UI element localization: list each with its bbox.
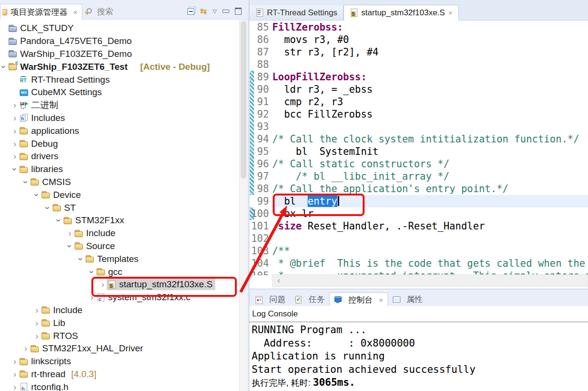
tree-item[interactable]: ›linkscripts: [0, 355, 240, 368]
code-line[interactable]: 103/**: [249, 245, 588, 257]
tree-item-content[interactable]: Device: [41, 189, 84, 201]
close-icon[interactable]: ×: [73, 9, 78, 16]
chevron-right-icon[interactable]: ›: [11, 127, 19, 135]
tree-item[interactable]: ›gcc: [0, 265, 240, 278]
collapse-all-button[interactable]: [188, 8, 194, 15]
tree-item[interactable]: ›10二进制: [0, 99, 240, 112]
chevron-down-icon[interactable]: ›: [66, 242, 74, 250]
maximize-button[interactable]: [235, 8, 242, 15]
view-tab-项目资源管理器[interactable]: 项目资源管理器×: [0, 4, 82, 20]
tree-item[interactable]: ›Device: [0, 188, 240, 201]
tree-item-content[interactable]: hrtconfig.h: [19, 381, 71, 391]
chevron-down-icon[interactable]: ›: [33, 191, 41, 199]
code-line[interactable]: 98/* Call the application's entry point.…: [249, 183, 588, 195]
tree-item[interactable]: ›ST: [0, 201, 240, 214]
code-line[interactable]: 100 bx lr: [249, 207, 588, 220]
chevron-down-icon[interactable]: ›: [11, 165, 19, 173]
code-line[interactable]: 88: [249, 58, 588, 71]
link-with-editor-button[interactable]: ⇆: [200, 7, 207, 15]
tree-item[interactable]: ›rt-thread[4.0.3]: [0, 368, 240, 381]
chevron-right-icon[interactable]: ›: [11, 152, 19, 160]
tree-item[interactable]: ›Include: [0, 227, 240, 240]
tree-item-content[interactable]: csystem_stm32f1xx.c: [96, 292, 193, 303]
chevron-down-icon[interactable]: ›: [44, 204, 52, 212]
code-line[interactable]: 101.size Reset_Handler, .-Reset_Handler: [249, 220, 588, 232]
chevron-right-icon[interactable]: ›: [22, 345, 30, 352]
chevron-down-icon[interactable]: ›: [55, 217, 63, 224]
tree-item[interactable]: ›Lib: [0, 316, 240, 329]
code-line[interactable]: 89LoopFillZerobss:: [249, 71, 588, 83]
minimize-button[interactable]: [222, 10, 229, 13]
tree-item-content[interactable]: Include: [41, 304, 85, 316]
code-line[interactable]: 96/* Call static constructors */: [249, 158, 588, 170]
tree-item-content[interactable]: libraries: [19, 163, 66, 175]
chevron-right-icon[interactable]: ›: [11, 358, 19, 365]
console-tab-问题[interactable]: 问题: [251, 293, 290, 306]
tree-item-content[interactable]: Debug: [19, 138, 61, 150]
tree-item[interactable]: ›Sstartup_stm32f103xe.S: [0, 278, 240, 291]
chevron-down-icon[interactable]: ›: [22, 178, 30, 186]
chevron-down-icon[interactable]: ›: [88, 268, 96, 276]
tree-item-content[interactable]: linkscripts: [19, 356, 74, 367]
tree-item[interactable]: RTRT-Thread Settings: [0, 73, 240, 86]
tree-item-content[interactable]: STM32F1xx_HAL_Driver: [30, 343, 146, 354]
chevron-right-icon[interactable]: ›: [99, 281, 107, 288]
chevron-right-icon[interactable]: ›: [33, 319, 41, 327]
console-tab-属性[interactable]: 属性: [388, 293, 427, 306]
console-tab-控制台[interactable]: 控制台×: [329, 293, 388, 306]
code-line[interactable]: 97 /* bl __libc_init_array */: [249, 170, 588, 183]
tree-item[interactable]: ›hrtconfig.h: [0, 380, 240, 391]
chevron-down-icon[interactable]: ›: [77, 255, 85, 263]
tree-item-content[interactable]: Templates: [85, 253, 142, 265]
code-line[interactable]: 85FillZerobss:: [249, 21, 588, 33]
tree-item-content[interactable]: drivers: [19, 151, 61, 162]
tree-item[interactable]: ›hIncludes: [0, 112, 240, 125]
tree-item[interactable]: ›STM32F1xx: [0, 214, 240, 227]
tree-item-content[interactable]: CMSIS: [30, 176, 74, 188]
code-line[interactable]: 95 bl SystemInit: [249, 145, 588, 158]
tree-item[interactable]: ›Templates: [0, 252, 240, 265]
tree-item[interactable]: ›STM32F1xx_HAL_Driver: [0, 342, 240, 355]
editor-tab-startup_stm32f103xe.S[interactable]: Sstartup_stm32f103xe.S×: [344, 5, 459, 21]
close-icon[interactable]: ×: [379, 296, 383, 304]
tree-item-content[interactable]: WarShip_F103ZET6_Demo: [8, 48, 135, 60]
close-icon[interactable]: ×: [448, 9, 453, 16]
tree-item-content[interactable]: Source: [74, 240, 118, 252]
tree-item-content[interactable]: Sstartup_stm32f103xe.S: [107, 279, 215, 290]
tree-scrollbar[interactable]: [239, 20, 247, 391]
view-menu-button[interactable]: ▽: [213, 9, 217, 14]
tree-item-content[interactable]: STM32F1xx: [63, 215, 127, 226]
chevron-right-icon[interactable]: ›: [88, 293, 96, 301]
tree-item[interactable]: MXCubeMX Settings: [0, 86, 240, 99]
console-tab-任务[interactable]: ✓任务: [290, 293, 329, 306]
tree-item[interactable]: ›Source: [0, 240, 240, 253]
code-line[interactable]: 93: [249, 120, 588, 133]
tree-item-content[interactable]: CLK_STUDY: [8, 22, 77, 34]
editor-tab-RT-Thread Settings[interactable]: RT-Thread Settings: [250, 5, 344, 20]
chevron-right-icon[interactable]: ›: [11, 140, 19, 148]
tree-item-content[interactable]: ST: [52, 202, 78, 214]
chevron-right-icon[interactable]: ›: [11, 383, 19, 391]
chevron-right-icon[interactable]: ›: [11, 370, 19, 378]
chevron-right-icon[interactable]: ›: [33, 332, 41, 340]
tree-item-content[interactable]: MXCubeMX Settings: [19, 87, 105, 98]
code-line[interactable]: 104 * @brief This is the code that gets …: [249, 257, 588, 270]
tree-item-content[interactable]: hIncludes: [19, 112, 68, 124]
tree-item-content[interactable]: Pandora_L475VET6_Demo: [8, 35, 134, 47]
code-line[interactable]: 90 ldr r3, = _ebss: [249, 83, 588, 96]
chevron-right-icon[interactable]: ›: [66, 229, 74, 237]
tree-item[interactable]: ›drivers: [0, 150, 240, 163]
tree-item-content[interactable]: RTOS: [41, 330, 81, 342]
tree-item[interactable]: ›Include: [0, 304, 240, 317]
view-tab-搜索[interactable]: 搜索: [82, 4, 118, 19]
tree-item[interactable]: ›libraries: [0, 163, 240, 176]
tree-item-content[interactable]: Include: [74, 228, 118, 239]
scroll-left-icon[interactable]: ‹: [273, 276, 280, 285]
chevron-down-icon[interactable]: ›: [0, 63, 8, 71]
tree-item[interactable]: ›CMSIS: [0, 176, 240, 189]
tree-item-content[interactable]: RTRT-Thread Settings: [19, 74, 112, 86]
tree-item[interactable]: ›Debug: [0, 137, 240, 150]
code-line[interactable]: 86 movs r3, #0: [249, 33, 588, 46]
code-line[interactable]: 92 bcc FillZerobss: [249, 108, 588, 120]
tree-item[interactable]: ›applications: [0, 124, 240, 137]
